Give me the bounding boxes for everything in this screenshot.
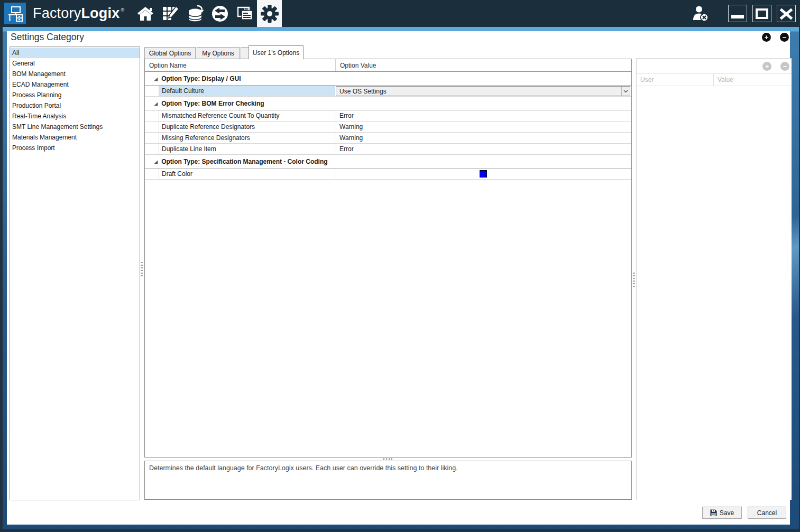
sidebar-item-all[interactable]: All — [10, 48, 140, 58]
row-gutter — [145, 122, 159, 132]
save-floppy-icon — [710, 509, 717, 516]
option-name-cell[interactable]: Missing Reference Designators — [159, 133, 335, 143]
cancel-button[interactable]: Cancel — [748, 507, 786, 519]
documents-icon[interactable] — [232, 0, 257, 27]
collapse-expander-icon[interactable]: ◢ — [154, 160, 158, 164]
option-value-cell[interactable]: Warning — [335, 133, 631, 143]
option-value-cell — [335, 169, 631, 179]
column-header-value[interactable]: Value — [713, 74, 792, 86]
group-bom-error-checking[interactable]: ◢ Option Type: BOM Error Checking — [145, 97, 631, 110]
row-gutter — [145, 169, 159, 179]
logout-user-icon[interactable] — [689, 2, 712, 25]
sidebar-item-process-import[interactable]: Process Import — [10, 143, 140, 153]
row-duplicate-line-item[interactable]: Duplicate Line Item Error — [145, 144, 631, 155]
add-category-button[interactable]: + — [762, 33, 771, 42]
titlebar-right — [689, 0, 800, 27]
sidebar-item-general[interactable]: General — [10, 58, 140, 69]
option-value-cell[interactable]: Error — [335, 144, 631, 154]
row-default-culture[interactable]: Default Culture Use OS Settings — [145, 86, 631, 97]
group-display-gui[interactable]: ◢ Option Type: Display / GUI — [145, 72, 631, 86]
group-label: Option Type: Specification Management - … — [161, 158, 327, 165]
settings-gear-icon[interactable] — [257, 0, 282, 27]
option-value-cell[interactable]: Warning — [335, 122, 631, 132]
option-name-cell[interactable]: Draft Color — [159, 169, 335, 179]
sidebar-item-real-time-analysis[interactable]: Real-Time Analysis — [10, 111, 140, 122]
save-button[interactable]: Save — [702, 507, 742, 519]
titlebar: FactoryLogix® — [0, 0, 800, 27]
row-gutter — [145, 144, 159, 154]
group-label: Option Type: BOM Error Checking — [161, 100, 264, 107]
draft-color-swatch[interactable] — [480, 170, 487, 178]
sidebar-item-ecad-management[interactable]: ECAD Management — [10, 79, 140, 90]
cancel-button-label: Cancel — [757, 509, 777, 517]
sidebar-item-bom-management[interactable]: BOM Management — [10, 69, 140, 79]
column-header-user[interactable]: User — [637, 74, 713, 86]
combobox-value: Use OS Settings — [336, 88, 621, 95]
settings-category-list: All General BOM Management ECAD Manageme… — [10, 46, 140, 500]
collapse-expander-icon[interactable]: ◢ — [154, 77, 158, 81]
column-header-option-name[interactable]: Option Name — [145, 59, 335, 71]
option-name-cell[interactable]: Duplicate Line Item — [159, 144, 335, 154]
app-title: FactoryLogix® — [33, 5, 124, 22]
factorylogix-logo-icon — [4, 3, 26, 24]
sidebar-item-materials-management[interactable]: Materials Management — [10, 132, 140, 143]
main-nav — [133, 0, 282, 27]
row-gutter — [145, 133, 159, 143]
minimize-button[interactable] — [728, 5, 747, 22]
row-duplicate-reference-designators[interactable]: Duplicate Reference Designators Warning — [145, 122, 631, 133]
settings-window: Settings Category + − All General BOM Ma… — [7, 31, 790, 525]
sidebar-item-process-planning[interactable]: Process Planning — [10, 90, 140, 100]
tab-user1-options[interactable]: User 1's Options — [249, 45, 304, 59]
tab-spacer — [241, 47, 249, 59]
page-title: Settings Category — [11, 32, 84, 43]
row-missing-reference-designators[interactable]: Missing Reference Designators Warning — [145, 133, 631, 144]
maximize-button[interactable] — [752, 5, 771, 22]
option-name-cell[interactable]: Default Culture — [159, 86, 335, 96]
options-grid: Option Name Option Value ◢ Option Type: … — [144, 59, 632, 458]
option-name-cell[interactable]: Duplicate Reference Designators — [159, 122, 335, 132]
option-value-cell[interactable]: Error — [335, 110, 631, 121]
chevron-down-icon[interactable] — [621, 87, 630, 96]
row-draft-color[interactable]: Draft Color — [145, 169, 631, 180]
transfer-icon[interactable] — [207, 0, 232, 27]
options-grid-header: Option Name Option Value — [145, 59, 631, 72]
tab-my-options[interactable]: My Options — [197, 47, 240, 59]
row-mismatched-reference-count[interactable]: Mismatched Reference Count To Quantity E… — [145, 110, 631, 122]
option-description-box: Determines the default language for Fact… — [144, 461, 632, 500]
home-icon[interactable] — [133, 0, 158, 27]
sidebar-item-smt-line-management[interactable]: SMT Line Management Settings — [10, 122, 140, 132]
row-gutter — [145, 110, 159, 121]
add-user-override-button[interactable]: + — [762, 62, 771, 71]
save-button-label: Save — [720, 509, 734, 517]
group-specification-color-coding[interactable]: ◢ Option Type: Specification Management … — [145, 155, 631, 169]
sidebar-splitter[interactable] — [141, 262, 143, 278]
description-splitter[interactable] — [383, 458, 394, 460]
option-name-cell[interactable]: Mismatched Reference Count To Quantity — [159, 110, 335, 121]
remove-user-override-button[interactable]: − — [780, 62, 789, 71]
right-panel-splitter[interactable] — [633, 273, 635, 288]
option-value-cell: Use OS Settings — [335, 86, 631, 96]
user-overrides-panel: + − User Value — [636, 58, 792, 500]
column-header-option-value[interactable]: Option Value — [335, 59, 631, 71]
group-label: Option Type: Display / GUI — [161, 75, 241, 82]
bom-editor-icon[interactable] — [158, 0, 182, 27]
close-button[interactable] — [777, 5, 796, 22]
row-gutter — [145, 86, 159, 96]
default-culture-combobox[interactable]: Use OS Settings — [336, 86, 630, 96]
remove-category-button[interactable]: − — [780, 33, 789, 42]
collapse-expander-icon[interactable]: ◢ — [154, 101, 158, 106]
tab-global-options[interactable]: Global Options — [144, 47, 196, 59]
window-controls — [728, 5, 796, 22]
user-overrides-header: User Value — [637, 73, 792, 86]
sidebar-item-production-portal[interactable]: Production Portal — [10, 100, 140, 111]
data-import-icon[interactable] — [182, 0, 207, 27]
